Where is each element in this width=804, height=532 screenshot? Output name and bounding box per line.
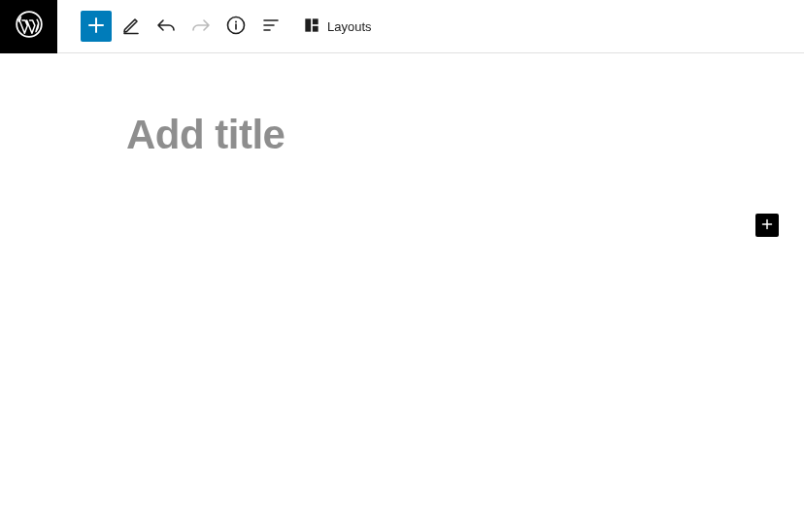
svg-rect-3 — [305, 18, 311, 31]
add-block-button[interactable] — [81, 11, 112, 42]
post-title-input[interactable] — [126, 112, 678, 158]
layouts-button[interactable]: Layouts — [294, 11, 380, 42]
info-icon — [224, 14, 248, 40]
pencil-icon — [119, 14, 143, 40]
edit-tools-button[interactable] — [116, 11, 147, 42]
redo-icon — [189, 14, 213, 40]
layouts-icon — [302, 16, 321, 38]
toolbar-button-group: Layouts — [57, 11, 380, 42]
wordpress-icon — [16, 11, 43, 42]
svg-rect-4 — [313, 18, 318, 24]
undo-button[interactable] — [151, 11, 182, 42]
plus-icon — [758, 216, 776, 236]
document-outline-button[interactable] — [255, 11, 286, 42]
editor-toolbar: Layouts — [0, 0, 804, 53]
document-info-button[interactable] — [220, 11, 251, 42]
svg-rect-5 — [313, 25, 318, 31]
plus-icon — [84, 14, 108, 40]
undo-icon — [154, 14, 178, 40]
wordpress-logo-button[interactable] — [0, 0, 57, 53]
editor-canvas — [0, 53, 804, 158]
add-block-inline-button[interactable] — [755, 214, 779, 237]
svg-point-2 — [235, 20, 237, 22]
redo-button[interactable] — [185, 11, 217, 42]
outline-icon — [259, 14, 283, 40]
layouts-label: Layouts — [327, 19, 372, 34]
